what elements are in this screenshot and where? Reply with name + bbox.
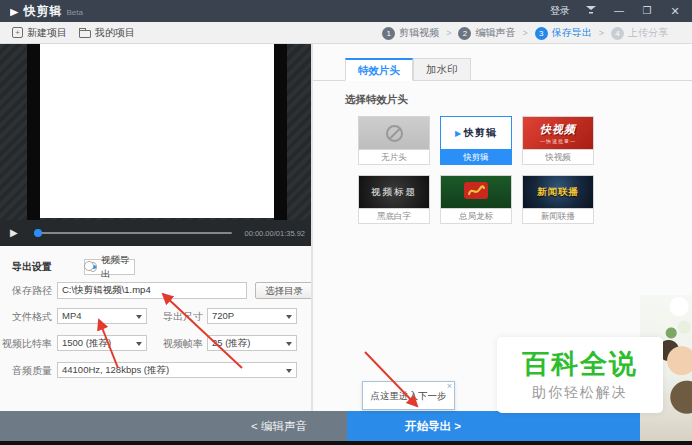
letterbox-bar bbox=[27, 44, 40, 220]
kuaijianji-logo-text: 快剪辑 bbox=[464, 127, 497, 138]
tooltip-close-icon[interactable]: × bbox=[447, 381, 452, 391]
step-save-export[interactable]: 3 保存导出 bbox=[535, 26, 592, 40]
step-edit-sound[interactable]: 2 编辑声音 bbox=[458, 26, 515, 40]
edit-sound-label: 编辑声音 bbox=[261, 420, 307, 432]
save-path-input[interactable] bbox=[57, 282, 247, 299]
export-size-select[interactable]: 720P bbox=[207, 308, 297, 324]
bitrate-label: 视频比特率 bbox=[2, 335, 52, 352]
start-export-label: 开始导出 bbox=[405, 420, 451, 432]
time-display: 00:00.00/01:35.92 bbox=[245, 229, 305, 238]
menu-icon[interactable] bbox=[584, 0, 598, 22]
file-format-value: MP4 bbox=[62, 310, 82, 321]
chevron-down-icon bbox=[286, 315, 292, 319]
player-controls: ▶ 00:00.00/01:35.92 bbox=[0, 220, 311, 246]
bitrate-select[interactable]: 1500 (推荐) bbox=[57, 335, 147, 351]
maximize-icon[interactable]: ❐ bbox=[640, 0, 654, 22]
start-export-button[interactable]: 开始导出 > bbox=[405, 419, 461, 434]
step-label: 编辑声音 bbox=[475, 26, 515, 40]
intro-tile-news[interactable]: 新闻联播 新闻联播 bbox=[522, 175, 594, 224]
video-preview-area bbox=[0, 44, 311, 220]
tab-bar: 特效片头 加水印 bbox=[345, 58, 471, 81]
login-button[interactable]: 登录 bbox=[550, 4, 570, 18]
choose-directory-button[interactable]: 选择目录 bbox=[255, 282, 313, 299]
minimize-icon[interactable]: — bbox=[612, 0, 626, 22]
news-preview-text: 新闻联播 bbox=[537, 186, 579, 199]
close-icon[interactable]: ✕ bbox=[668, 0, 682, 22]
watermark-subtitle: 助你轻松解决 bbox=[497, 384, 663, 402]
bottom-bar-left: < 编辑声音 bbox=[0, 411, 347, 441]
seek-bar[interactable] bbox=[36, 232, 232, 234]
intro-tile-label: 快剪辑 bbox=[440, 150, 512, 165]
chevron-down-icon bbox=[286, 342, 292, 346]
step-label: 剪辑视频 bbox=[399, 26, 439, 40]
breadcrumb-steps: 1 剪辑视频 > 2 编辑声音 > 3 保存导出 > 4 上传分享 bbox=[382, 22, 668, 44]
intro-tile-label: 总局龙标 bbox=[440, 209, 512, 224]
app-title: 快剪辑 bbox=[23, 3, 62, 20]
my-projects-button[interactable]: 我的项目 bbox=[79, 26, 135, 40]
step-number: 2 bbox=[458, 27, 471, 40]
tooltip-text: 点这里进入下一步 bbox=[363, 382, 454, 409]
intro-tile-label: 无片头 bbox=[358, 150, 430, 165]
beta-badge: Beta bbox=[66, 8, 82, 17]
next-step-tooltip: 点这里进入下一步 × bbox=[362, 381, 455, 410]
chevron-down-icon bbox=[136, 315, 142, 319]
letterbox-bar bbox=[274, 44, 287, 220]
framerate-label: 视频帧率 bbox=[153, 335, 203, 352]
chevron-left-icon: < bbox=[251, 420, 258, 432]
bitrate-value: 1500 (推荐) bbox=[62, 337, 111, 348]
step-upload-share[interactable]: 4 上传分享 bbox=[611, 26, 668, 40]
new-project-button[interactable]: + 新建项目 bbox=[12, 26, 67, 40]
chevron-down-icon bbox=[286, 369, 292, 373]
kuaijianji-logo-icon: ▶ bbox=[455, 129, 462, 138]
export-size-value: 720P bbox=[212, 310, 234, 321]
bottom-edge-strip bbox=[0, 441, 692, 445]
new-project-label: 新建项目 bbox=[27, 26, 67, 40]
audio-quality-select[interactable]: 44100Hz, 128kbps (推荐) bbox=[57, 362, 297, 378]
file-format-select[interactable]: MP4 bbox=[57, 308, 147, 324]
step-number: 4 bbox=[611, 27, 624, 40]
intro-tile-black-title[interactable]: 视频标题 黑底白字 bbox=[358, 175, 430, 224]
intro-tile-dragon-seal[interactable]: 总局龙标 bbox=[440, 175, 512, 224]
app-window: ▶ 快剪辑 Beta 登录 — ❐ ✕ + 新建项目 我的项目 1 剪辑视频 > bbox=[0, 0, 692, 445]
step-number: 1 bbox=[382, 27, 395, 40]
my-projects-label: 我的项目 bbox=[95, 26, 135, 40]
step-label: 上传分享 bbox=[628, 26, 668, 40]
dragon-seal-icon bbox=[464, 182, 488, 203]
audio-quality-label: 音频质量 bbox=[2, 362, 52, 379]
seek-handle[interactable] bbox=[34, 229, 42, 237]
intro-tile-label: 黑底白字 bbox=[358, 209, 430, 224]
audio-quality-value: 44100Hz, 128kbps (推荐) bbox=[62, 364, 169, 375]
tab-effect-intro[interactable]: 特效片头 bbox=[345, 58, 413, 81]
intro-tile-none[interactable]: 无片头 bbox=[358, 116, 430, 165]
chevron-right-icon: > bbox=[454, 420, 461, 432]
intro-tile-kuaijianji[interactable]: ▶快剪辑 快剪辑 bbox=[440, 116, 512, 165]
play-button[interactable]: ▶ bbox=[10, 227, 18, 238]
export-size-label: 导出尺寸 bbox=[153, 308, 203, 325]
file-format-label: 文件格式 bbox=[2, 308, 52, 325]
intro-tile-label: 快视频 bbox=[522, 150, 594, 165]
kuaishipin-logo-text: 快视频 bbox=[540, 122, 576, 137]
app-logo-icon: ▶ bbox=[10, 5, 18, 17]
title-bar: ▶ 快剪辑 Beta 登录 — ❐ ✕ bbox=[0, 0, 692, 22]
chevron-down-icon bbox=[136, 342, 142, 346]
watermark-card: 百科全说 助你轻松解决 bbox=[497, 337, 663, 413]
radio-video-label: 视频导出 bbox=[101, 253, 130, 281]
kuaishipin-tagline: —快速批量— bbox=[540, 138, 576, 144]
edit-sound-button[interactable]: < 编辑声音 bbox=[251, 419, 307, 434]
new-project-icon: + bbox=[12, 27, 23, 38]
radio-dot-icon bbox=[84, 261, 94, 271]
no-intro-icon bbox=[386, 125, 403, 142]
choose-intro-label: 选择特效片头 bbox=[345, 93, 408, 107]
video-frame bbox=[40, 44, 274, 218]
watermark-title: 百科全说 bbox=[497, 346, 663, 382]
step-cut-video[interactable]: 1 剪辑视频 bbox=[382, 26, 439, 40]
framerate-value: 25 (推荐) bbox=[212, 337, 251, 348]
step-separator: > bbox=[522, 28, 527, 38]
black-title-preview-text: 视频标题 bbox=[371, 186, 417, 199]
step-label: 保存导出 bbox=[552, 26, 592, 40]
intro-tile-label: 新闻联播 bbox=[522, 209, 594, 224]
intro-tile-kuaishipin[interactable]: 快视频 —快速批量— 快视频 bbox=[522, 116, 594, 165]
tab-watermark[interactable]: 加水印 bbox=[413, 58, 471, 81]
folder-icon bbox=[79, 30, 91, 38]
framerate-select[interactable]: 25 (推荐) bbox=[207, 335, 297, 351]
